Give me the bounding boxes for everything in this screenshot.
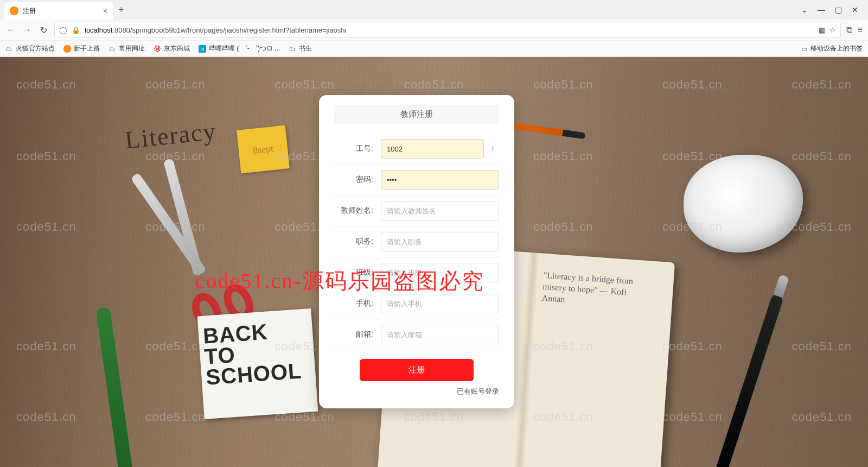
lock-icon[interactable]: 🔒: [72, 26, 80, 34]
input-mima[interactable]: [381, 170, 499, 190]
bookmark-star-icon[interactable]: ☆: [829, 26, 836, 34]
bookmark-jd[interactable]: ㊐京东商城: [154, 44, 190, 53]
tab-title: 注册: [23, 7, 99, 16]
label-youxiang: 邮箱:: [334, 330, 381, 339]
hamburger-menu-icon[interactable]: ≡: [858, 25, 863, 35]
label-shouji: 手机:: [334, 299, 381, 308]
form-row-zhiwu: 职务:: [334, 226, 499, 257]
form-row-shouji: 手机:: [334, 288, 499, 319]
input-gonghao[interactable]: [381, 139, 484, 159]
tab-strip: 注册 × + ⌄ — ▢ ✕: [0, 0, 868, 20]
extensions-icon[interactable]: ⧉: [846, 25, 852, 35]
register-button[interactable]: 注册: [360, 359, 474, 381]
forward-button[interactable]: →: [22, 25, 33, 35]
folder-icon: 🗀: [289, 45, 296, 53]
bookmarks-bar: 🗀火狐官方站点 新手上路 🗀常用网址 ㊐京东商城 tv哔哩哔哩 ( ゜- ゜)つ…: [0, 40, 868, 56]
input-shouji[interactable]: [381, 294, 499, 313]
folder-icon: 🗀: [108, 45, 116, 53]
bilibili-icon: tv: [199, 45, 206, 53]
page-content: Literacy 8sept "Literacy is a bridge fro…: [0, 57, 868, 467]
bookmark-firefox-official[interactable]: 🗀火狐官方站点: [5, 44, 55, 53]
url-text: localhost:8080/springboot59b1w/front/pag…: [85, 26, 814, 34]
url-bar[interactable]: ◯ 🔒 localhost:8080/springboot59b1w/front…: [54, 22, 841, 38]
browser-tab[interactable]: 注册 ×: [4, 2, 113, 20]
jd-icon: ㊐: [154, 45, 161, 53]
firefox-icon: [63, 45, 71, 53]
tab-favicon: [10, 7, 18, 15]
tab-close-icon[interactable]: ×: [103, 7, 107, 15]
form-title: 教师注册: [334, 105, 499, 124]
window-controls: ⌄ — ▢ ✕: [801, 5, 864, 14]
form-row-banji: 班级:: [334, 257, 499, 288]
back-to-school-card: BACKTOSCHOOL: [197, 308, 318, 419]
bookmark-getting-started[interactable]: 新手上路: [63, 44, 100, 53]
form-row-youxiang: 邮箱:: [334, 319, 499, 350]
sticky-note: 8sept: [237, 125, 290, 174]
input-zhiwu[interactable]: [381, 232, 499, 251]
window-minimize-icon[interactable]: —: [818, 5, 825, 14]
login-link[interactable]: 已有账号登录: [334, 387, 499, 396]
mobile-icon: ▭: [800, 45, 808, 53]
shield-icon[interactable]: ◯: [59, 26, 67, 34]
label-mima: 密码:: [334, 175, 381, 185]
window-maximize-icon[interactable]: ▢: [835, 5, 842, 14]
back-button[interactable]: ←: [5, 25, 16, 35]
new-tab-button[interactable]: +: [118, 4, 124, 16]
folder-icon: 🗀: [5, 45, 13, 53]
form-row-xingming: 教师姓名:: [334, 195, 499, 226]
window-dropdown-icon[interactable]: ⌄: [801, 5, 808, 14]
input-xingming[interactable]: [381, 201, 499, 220]
bookmark-shusheng[interactable]: 🗀书生: [289, 44, 312, 53]
bookmark-mobile[interactable]: ▭移动设备上的书签: [800, 44, 863, 53]
form-row-gonghao: 工号:: [334, 134, 499, 165]
refresh-button[interactable]: ↻: [38, 25, 49, 35]
label-banji: 班级:: [334, 268, 381, 277]
input-banji[interactable]: [381, 263, 499, 282]
register-form-card: 教师注册 工号: 密码: 教师姓名: 职务: 班级: 手机:: [319, 95, 514, 408]
label-xingming: 教师姓名:: [334, 206, 381, 216]
bookmark-bilibili[interactable]: tv哔哩哔哩 ( ゜- ゜)つロ ...: [199, 44, 280, 53]
label-zhiwu: 职务:: [334, 237, 381, 247]
input-youxiang[interactable]: [381, 325, 499, 344]
navigation-toolbar: ← → ↻ ◯ 🔒 localhost:8080/springboot59b1w…: [0, 20, 868, 40]
window-close-icon[interactable]: ✕: [852, 5, 858, 14]
label-gonghao: 工号:: [334, 144, 381, 154]
bookmark-common-sites[interactable]: 🗀常用网址: [108, 44, 145, 53]
form-row-mima: 密码:: [334, 165, 499, 195]
qr-icon[interactable]: ▦: [819, 26, 825, 34]
browser-chrome: 注册 × + ⌄ — ▢ ✕ ← → ↻ ◯ 🔒 localhost:8080/…: [0, 0, 868, 57]
